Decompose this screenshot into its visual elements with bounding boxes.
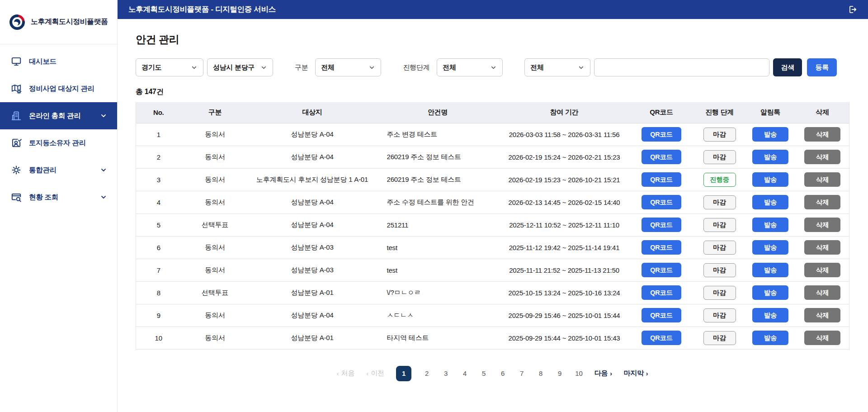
- top-header-bar: 노후계획도시정비플랫폼 - 디지털인증 서비스: [118, 0, 868, 19]
- person-check-icon: [10, 137, 23, 149]
- send-alimtalk-button[interactable]: 발송: [752, 285, 788, 300]
- cell-stage: 마감: [694, 281, 745, 304]
- qr-code-button[interactable]: QR코드: [642, 263, 681, 277]
- pagination-page-6[interactable]: 6: [499, 369, 506, 377]
- pagination-page-2[interactable]: 2: [423, 369, 430, 377]
- cell-name: 251211: [376, 213, 500, 236]
- cell-delete: 삭제: [796, 123, 849, 146]
- pagination-prev[interactable]: ‹이전: [367, 369, 385, 378]
- cell-alimtalk: 발송: [745, 304, 796, 327]
- pagination-last[interactable]: 마지막›: [624, 369, 648, 378]
- cell-qr: QR코드: [629, 281, 694, 304]
- cell-qr: QR코드: [629, 213, 694, 236]
- qr-code-button[interactable]: QR코드: [642, 240, 681, 255]
- pagination-page-1[interactable]: 1: [396, 366, 411, 381]
- cell-stage: 마감: [694, 304, 745, 327]
- chevron-down-icon: [191, 64, 198, 71]
- register-button[interactable]: 등록: [807, 58, 837, 76]
- qr-code-button[interactable]: QR코드: [642, 285, 681, 300]
- logout-icon[interactable]: [847, 5, 857, 14]
- send-alimtalk-button[interactable]: 발송: [752, 150, 788, 164]
- status-badge: 마감: [703, 331, 736, 345]
- delete-button[interactable]: 삭제: [804, 331, 840, 345]
- send-alimtalk-button[interactable]: 발송: [752, 331, 788, 345]
- qr-code-button[interactable]: QR코드: [642, 331, 681, 345]
- cell-delete: 삭제: [796, 304, 849, 327]
- table-row: 7동의서성남분당 A-03test2025-11-11 21:52 ~ 2025…: [136, 259, 849, 281]
- qr-code-button[interactable]: QR코드: [642, 218, 681, 232]
- sidebar-item-label: 통합관리: [29, 166, 57, 175]
- stage-filter-label: 진행단계: [403, 63, 429, 72]
- send-alimtalk-button[interactable]: 발송: [752, 172, 788, 187]
- table-row: 6동의서성남분당 A-03test2025-11-12 19:42 ~ 2025…: [136, 236, 849, 259]
- pagination-page-9[interactable]: 9: [556, 369, 563, 377]
- qr-code-button[interactable]: QR코드: [642, 172, 681, 187]
- send-alimtalk-button[interactable]: 발송: [752, 127, 788, 142]
- delete-button[interactable]: 삭제: [804, 172, 840, 187]
- search-button[interactable]: 검색: [773, 58, 802, 76]
- cell-type: 동의서: [181, 304, 249, 327]
- cell-alimtalk: 발송: [745, 146, 796, 168]
- cell-name: 260219 주소 정보 테스트: [376, 168, 500, 191]
- sidebar-item-label: 현황 조회: [29, 193, 58, 202]
- qr-code-button[interactable]: QR코드: [642, 195, 681, 209]
- sidebar-item-online-meeting[interactable]: 온라인 총회 관리: [0, 102, 117, 129]
- pagination-next[interactable]: 다음›: [594, 369, 612, 378]
- qr-code-button[interactable]: QR코드: [642, 150, 681, 164]
- logo-text: 노후계획도시정비플랫폼: [31, 17, 108, 27]
- pagination-page-3[interactable]: 3: [442, 369, 449, 377]
- delete-button[interactable]: 삭제: [804, 308, 840, 322]
- pagination-page-10[interactable]: 10: [575, 369, 583, 377]
- delete-button[interactable]: 삭제: [804, 285, 840, 300]
- stage-select[interactable]: 전체: [437, 58, 503, 76]
- province-value: 경기도: [142, 63, 161, 72]
- qr-code-button[interactable]: QR코드: [642, 127, 681, 142]
- cell-period: 2025-11-12 19:42 ~ 2025-11-14 19:41: [500, 236, 629, 259]
- pagination-page-7[interactable]: 7: [518, 369, 525, 377]
- sidebar-item-label: 토지등소유자 관리: [29, 138, 86, 148]
- district-select[interactable]: 성남시 분당구: [207, 58, 273, 76]
- delete-button[interactable]: 삭제: [804, 195, 840, 209]
- chevron-left-icon: ‹: [367, 370, 369, 377]
- qr-code-button[interactable]: QR코드: [642, 308, 681, 322]
- cell-alimtalk: 발송: [745, 236, 796, 259]
- chevron-right-icon: ›: [610, 370, 612, 377]
- chevron-down-icon: [260, 64, 267, 71]
- cell-type: 동의서: [181, 236, 249, 259]
- cell-site: 성남분당 A-04: [249, 213, 376, 236]
- pagination-first[interactable]: ‹처음: [337, 369, 355, 378]
- cell-no: 8: [136, 281, 181, 304]
- send-alimtalk-button[interactable]: 발송: [752, 195, 788, 209]
- delete-button[interactable]: 삭제: [804, 240, 840, 255]
- send-alimtalk-button[interactable]: 발송: [752, 218, 788, 232]
- send-alimtalk-button[interactable]: 발송: [752, 308, 788, 322]
- sidebar-item-status-inquiry[interactable]: 현황 조회: [0, 184, 117, 211]
- pagination-page-5[interactable]: 5: [480, 369, 487, 377]
- sidebar-item-landowners[interactable]: 토지등소유자 관리: [0, 129, 117, 156]
- pagination-page-4[interactable]: 4: [461, 369, 468, 377]
- sidebar-item-project-sites[interactable]: 정비사업 대상지 관리: [0, 75, 117, 102]
- table-row: 8선택투표성남분당 A-01\/?ㅁㄴㅇㄹ2025-10-15 13:24 ~ …: [136, 281, 849, 304]
- cell-site: 성남분당 A-04: [249, 123, 376, 146]
- delete-button[interactable]: 삭제: [804, 263, 840, 277]
- sidebar-item-integrated-admin[interactable]: 통합관리: [0, 156, 117, 184]
- chevron-down-icon: [490, 64, 497, 71]
- sidebar-item-dashboard[interactable]: 대시보드: [0, 48, 117, 75]
- cell-alimtalk: 발송: [745, 327, 796, 349]
- delete-button[interactable]: 삭제: [804, 150, 840, 164]
- send-alimtalk-button[interactable]: 발송: [752, 263, 788, 277]
- send-alimtalk-button[interactable]: 발송: [752, 240, 788, 255]
- delete-button[interactable]: 삭제: [804, 218, 840, 232]
- delete-button[interactable]: 삭제: [804, 127, 840, 142]
- pagination-page-8[interactable]: 8: [537, 369, 544, 377]
- province-select[interactable]: 경기도: [136, 58, 203, 76]
- status-badge: 마감: [703, 218, 736, 232]
- col-header-no: No.: [136, 102, 181, 123]
- gubun-select[interactable]: 전체: [315, 58, 381, 76]
- cell-period: 2025-09-29 15:44 ~ 2025-10-01 15:43: [500, 327, 629, 349]
- search-input[interactable]: [594, 58, 769, 76]
- type-select[interactable]: 전체: [524, 58, 590, 76]
- cell-qr: QR코드: [629, 123, 694, 146]
- status-badge: 마감: [703, 128, 736, 142]
- app-logo[interactable]: 노후계획도시정비플랫폼: [0, 0, 117, 44]
